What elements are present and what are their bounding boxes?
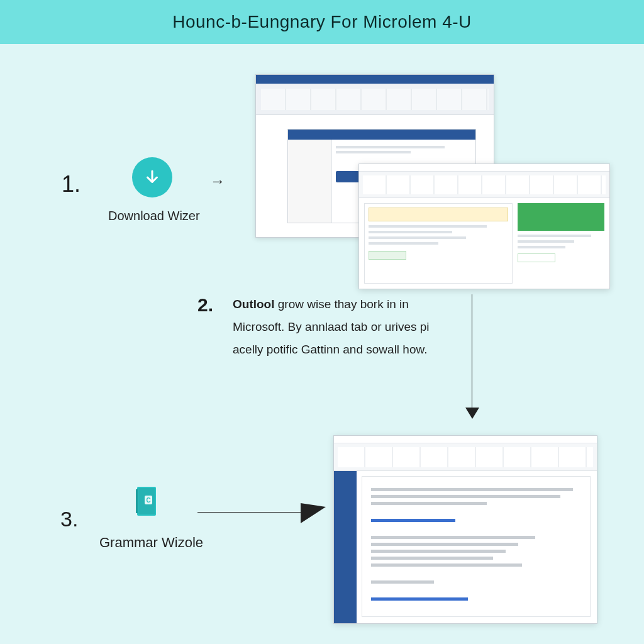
arrow-down-icon: [465, 408, 479, 419]
app-screenshot-word-3: [333, 435, 597, 624]
step-2-bold: Outlool: [233, 297, 274, 311]
step-1-label: Download Wizer: [108, 209, 200, 223]
vertical-divider: [472, 294, 472, 414]
page-content: 1. Download Wizer →: [0, 44, 644, 644]
svg-text:C: C: [146, 497, 150, 504]
page-title: Hounc-b-Eungnary For Microlem 4-U: [172, 12, 472, 32]
download-icon: [132, 157, 172, 197]
step-2-text: Outlool grow wise thay bork in in Micros…: [233, 293, 440, 361]
horizontal-arrow-line: [197, 512, 304, 513]
arrow-right-head-icon: [301, 503, 326, 523]
step-2-number: 2.: [197, 294, 213, 316]
step-1-number: 1.: [62, 171, 80, 197]
app-screenshot-word-2: [358, 164, 610, 289]
step-3-number: 3.: [60, 507, 78, 531]
grammar-book-icon: C: [132, 484, 164, 521]
arrow-right-icon: →: [210, 172, 225, 190]
svg-rect-4: [136, 489, 138, 513]
page-header: Hounc-b-Eungnary For Microlem 4-U: [0, 0, 644, 44]
step-3-label: Grammar Wizole: [99, 535, 203, 551]
